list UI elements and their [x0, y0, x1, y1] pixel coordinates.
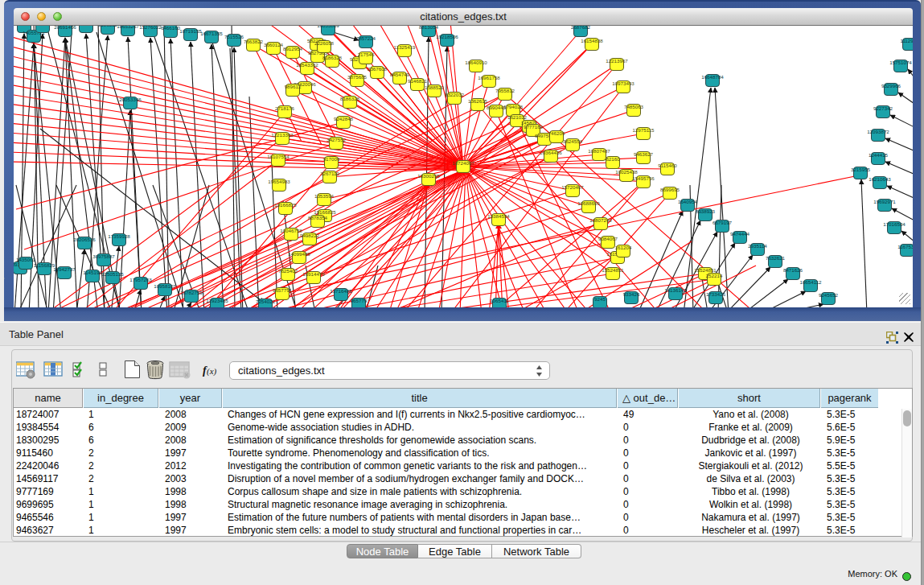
svg-text:19654983: 19654983 — [268, 179, 290, 184]
svg-text:9242848: 9242848 — [334, 116, 354, 122]
svg-text:3215955: 3215955 — [851, 167, 871, 172]
svg-text:10025438: 10025438 — [615, 169, 638, 175]
svg-text:1065411: 1065411 — [490, 298, 509, 303]
svg-text:8186328: 8186328 — [322, 55, 343, 60]
svg-text:(x): (x) — [207, 366, 217, 377]
svg-text:161204: 161204 — [615, 245, 632, 250]
svg-text:19166825: 19166825 — [314, 209, 336, 215]
svg-text:18807249: 18807249 — [589, 217, 612, 223]
svg-text:16154838: 16154838 — [581, 38, 603, 43]
svg-text:16782759: 16782759 — [180, 290, 203, 295]
svg-text:8322032: 8322032 — [445, 92, 465, 97]
svg-text:7254021: 7254021 — [256, 299, 276, 304]
svg-text:12942737: 12942737 — [53, 266, 76, 272]
svg-text:16914479: 16914479 — [302, 271, 325, 277]
svg-text:12093872: 12093872 — [867, 129, 889, 134]
svg-text:2106532: 2106532 — [98, 26, 118, 27]
svg-text:17016504: 17016504 — [883, 221, 906, 227]
svg-text:989612: 989612 — [285, 84, 302, 89]
svg-text:15276022: 15276022 — [139, 26, 162, 30]
svg-text:18640910: 18640910 — [465, 60, 487, 65]
svg-text:16961758: 16961758 — [478, 75, 500, 80]
svg-text:7955812: 7955812 — [495, 88, 515, 93]
svg-text:20691406: 20691406 — [54, 26, 76, 30]
svg-text:1112972: 1112972 — [900, 38, 913, 43]
svg-text:17359928: 17359928 — [108, 233, 130, 239]
svg-text:9146821: 9146821 — [408, 78, 428, 84]
svg-text:16210643: 16210643 — [869, 176, 891, 182]
svg-text:15495756: 15495756 — [632, 175, 655, 181]
svg-text:9227342: 9227342 — [873, 105, 893, 111]
svg-text:9474444: 9474444 — [730, 231, 750, 237]
svg-text:14099489: 14099489 — [288, 251, 310, 257]
svg-text:9329966: 9329966 — [881, 83, 901, 89]
svg-text:1435061: 1435061 — [16, 257, 36, 262]
svg-text:12213363: 12213363 — [271, 132, 294, 138]
svg-text:19218506: 19218506 — [436, 34, 458, 39]
svg-text:9498222: 9498222 — [300, 233, 320, 238]
svg-text:20053346: 20053346 — [119, 97, 142, 102]
svg-text:19384554: 19384554 — [487, 213, 510, 219]
svg-text:1353594: 1353594 — [314, 193, 335, 199]
svg-text:8938923: 8938923 — [696, 208, 716, 214]
svg-text:8813054: 8813054 — [419, 26, 439, 30]
svg-text:18724007: 18724007 — [452, 160, 474, 166]
svg-text:3660124: 3660124 — [264, 42, 284, 47]
svg-text:12213967: 12213967 — [606, 58, 628, 64]
svg-text:1362615: 1362615 — [468, 98, 488, 104]
svg-text:9657791: 9657791 — [273, 287, 293, 293]
svg-text:12923465: 12923465 — [206, 298, 228, 303]
svg-text:8878354: 8878354 — [308, 215, 328, 220]
svg-text:15720407: 15720407 — [561, 184, 584, 190]
svg-text:10973493: 10973493 — [612, 80, 634, 86]
svg-text:62160: 62160 — [606, 156, 620, 162]
svg-text:10719155: 10719155 — [179, 28, 202, 34]
svg-text:7625402: 7625402 — [278, 268, 298, 274]
svg-text:18300295: 18300295 — [417, 173, 440, 179]
svg-text:13716485: 13716485 — [330, 288, 352, 294]
svg-text:1640954: 1640954 — [678, 199, 698, 204]
svg-text:19692971: 19692971 — [873, 199, 896, 204]
svg-text:10654112: 10654112 — [799, 279, 822, 285]
svg-text:9463627: 9463627 — [634, 151, 654, 157]
svg-text:1588520: 1588520 — [425, 84, 445, 90]
svg-text:15524851: 15524851 — [602, 267, 624, 273]
svg-text:3875685: 3875685 — [347, 74, 368, 80]
svg-text:17957263: 17957263 — [129, 277, 152, 282]
svg-text:8699695: 8699695 — [660, 187, 680, 192]
svg-text:7663822: 7663822 — [244, 39, 264, 44]
svg-text:16543362: 16543362 — [296, 62, 318, 68]
svg-text:7632621: 7632621 — [766, 255, 786, 261]
svg-text:1244415: 1244415 — [869, 152, 889, 158]
svg-text:11325419: 11325419 — [393, 44, 416, 50]
svg-text:16033809: 16033809 — [317, 26, 339, 28]
svg-text:8454749: 8454749 — [390, 72, 410, 77]
svg-text:10807487: 10807487 — [588, 148, 610, 154]
svg-text:20206536: 20206536 — [73, 237, 96, 242]
svg-text:1145194: 1145194 — [83, 270, 102, 275]
svg-text:3624554: 3624554 — [563, 138, 583, 144]
svg-text:9245: 9245 — [594, 296, 606, 302]
svg-text:9245652: 9245652 — [819, 292, 839, 298]
svg-text:16671355: 16671355 — [200, 31, 223, 36]
svg-text:965779: 965779 — [351, 298, 368, 303]
svg-text:917006: 917006 — [323, 156, 340, 162]
svg-text:3267110: 3267110 — [320, 171, 339, 176]
svg-text:217546: 217546 — [358, 51, 375, 57]
svg-text:2687682: 2687682 — [571, 26, 591, 30]
svg-text:933426: 933426 — [623, 291, 640, 297]
svg-text:30975887: 30975887 — [92, 253, 115, 259]
svg-text:10653267: 10653267 — [117, 26, 139, 29]
svg-text:6679197: 6679197 — [713, 220, 733, 225]
svg-text:2226058: 2226058 — [314, 40, 335, 46]
svg-text:19166825: 19166825 — [274, 202, 297, 208]
svg-text:16648784: 16648784 — [701, 74, 724, 80]
svg-text:11156829: 11156829 — [34, 262, 55, 268]
svg-text:1621022: 1621022 — [507, 114, 528, 120]
svg-text:9084067: 9084067 — [598, 236, 618, 241]
svg-text:7857224: 7857224 — [356, 35, 376, 41]
svg-text:7485063: 7485063 — [624, 104, 644, 109]
svg-text:14136141: 14136141 — [664, 287, 687, 293]
svg-text:3427552: 3427552 — [326, 137, 347, 142]
svg-text:20364436: 20364436 — [540, 150, 562, 155]
